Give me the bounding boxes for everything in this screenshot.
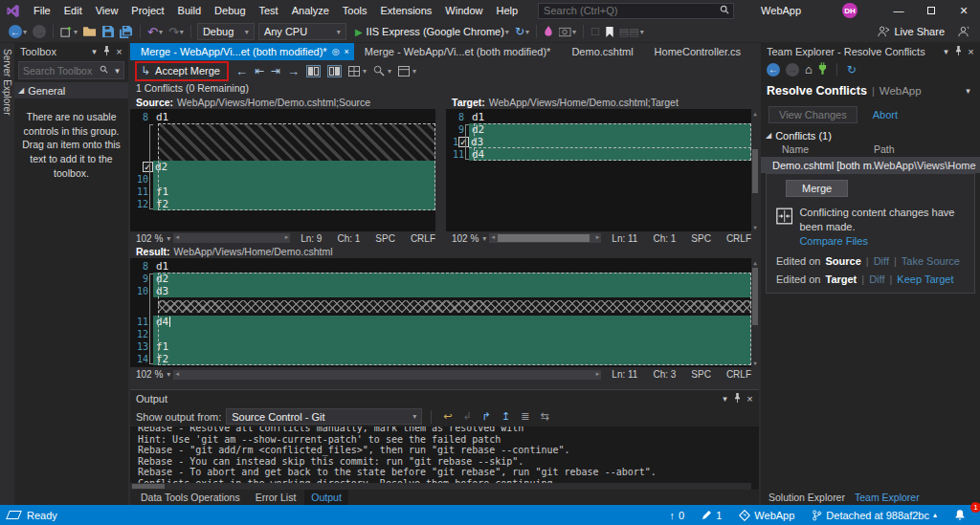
branch-indicator[interactable]: Detached at 988af2bc ▴ xyxy=(803,505,946,525)
team-explorer-page-header[interactable]: Resolve Conflicts | WebApp ▾ xyxy=(761,79,980,102)
code-line[interactable]: 9 d2 xyxy=(130,161,443,173)
compare-files-link[interactable]: Compare Files xyxy=(799,235,868,247)
find-icon[interactable]: ☐ xyxy=(588,22,603,41)
next-conflict-icon[interactable]: → xyxy=(287,64,300,78)
save-options-dropdown[interactable]: ▾ xyxy=(398,66,416,77)
word-wrap-icon[interactable]: ⇆ xyxy=(537,410,551,423)
code-line[interactable]: 10 d3 xyxy=(130,285,759,297)
keep-target-link[interactable]: Keep Target xyxy=(897,273,953,285)
chevron-down-icon[interactable]: ▾ xyxy=(167,234,170,243)
horizontal-scrollbar[interactable]: ◂▸ xyxy=(173,370,601,380)
chevron-down-icon[interactable]: ▾ xyxy=(167,370,170,379)
refresh-browser-icon[interactable]: ↻▾ xyxy=(512,22,532,41)
tab-team-explorer[interactable]: Team Explorer xyxy=(855,492,920,503)
previous-conflict-icon[interactable]: ← xyxy=(235,64,248,78)
feedback-icon[interactable] xyxy=(954,22,972,41)
code-line[interactable]: 9 d2 xyxy=(130,273,759,285)
new-project-icon[interactable]: ▾ xyxy=(57,22,80,41)
screenshot-icon[interactable]: ▾ xyxy=(556,22,579,41)
chevron-down-icon[interactable]: ▾ xyxy=(719,394,731,404)
chevron-down-icon[interactable]: ▾ xyxy=(962,86,974,96)
include-change-checkbox[interactable] xyxy=(143,162,153,172)
source-editor[interactable]: 8 d1 9 d2 10 xyxy=(130,109,443,231)
navigate-back-button[interactable]: ←▾ xyxy=(6,22,30,41)
horizontal-scrollbar[interactable] xyxy=(130,483,751,490)
team-explorer-titlebar[interactable]: Team Explorer - Resolve Conflicts ▾ × xyxy=(761,43,980,59)
menu-window[interactable]: Window xyxy=(438,0,489,21)
previous-message-icon[interactable]: ↲ xyxy=(460,410,475,423)
horizontal-scrollbar[interactable]: ◂▸ xyxy=(489,233,601,243)
bookmark-icon[interactable] xyxy=(603,22,616,41)
output-console[interactable]: Rebase - Resolve all conflicts manually,… xyxy=(130,427,759,490)
close-icon[interactable]: × xyxy=(965,46,977,57)
chevron-down-icon[interactable]: ▾ xyxy=(482,234,486,243)
menu-extensions[interactable]: Extensions xyxy=(374,0,439,21)
performance-profiler-icon[interactable] xyxy=(541,22,556,41)
redo-icon[interactable]: ↷▾ xyxy=(166,22,187,41)
toolbox-search-input[interactable] xyxy=(19,65,98,77)
navigate-forward-button[interactable]: → xyxy=(30,22,49,41)
output-titlebar[interactable]: Output ▾ × xyxy=(130,390,759,406)
include-change-checkbox[interactable] xyxy=(458,137,469,147)
code-line[interactable]: 10 d3 xyxy=(446,136,759,148)
close-icon[interactable]: × xyxy=(744,393,756,405)
copy-output-icon[interactable]: ↥ xyxy=(499,410,513,423)
chevron-down-icon[interactable]: ▾ xyxy=(940,47,952,56)
outgoing-commits-indicator[interactable]: ↑ 0 xyxy=(661,505,694,525)
menu-analyze[interactable]: Analyze xyxy=(285,0,336,21)
save-icon[interactable] xyxy=(100,22,117,41)
code-line[interactable]: 8 d1 xyxy=(130,260,759,273)
target-editor[interactable]: 8 d1 9 d2 10 d3 xyxy=(446,109,759,231)
tab-demo-cshtml[interactable]: Demo.cshtml xyxy=(561,43,643,60)
clear-all-icon[interactable]: ≣ xyxy=(518,410,532,423)
quick-search-input[interactable] xyxy=(539,5,716,16)
code-line[interactable]: 8 d1 xyxy=(446,111,759,123)
compare-options-dropdown[interactable]: ▾ xyxy=(373,65,391,77)
menu-file[interactable]: File xyxy=(27,0,57,21)
save-all-icon[interactable] xyxy=(117,22,136,41)
diff-source-link[interactable]: Diff xyxy=(874,255,889,267)
server-explorer-vertical-tab[interactable]: Server Explorer xyxy=(0,43,14,505)
live-share-button[interactable]: Live Share xyxy=(878,26,945,37)
abort-link[interactable]: Abort xyxy=(873,109,898,120)
pin-icon[interactable] xyxy=(731,393,744,405)
chevron-down-icon[interactable]: ▾ xyxy=(88,47,100,56)
zoom-level[interactable]: 102 % xyxy=(130,369,166,380)
open-folder-icon[interactable] xyxy=(80,22,100,41)
uncommitted-changes-indicator[interactable]: 1 xyxy=(693,505,730,525)
code-line[interactable]: 14 f2 xyxy=(130,353,759,365)
tab-solution-explorer[interactable]: Solution Explorer xyxy=(768,492,845,503)
quick-search-box[interactable] xyxy=(538,3,734,19)
menu-test[interactable]: Test xyxy=(253,0,285,21)
vertical-scrollbar[interactable]: ▲ ▼ xyxy=(751,109,759,231)
layout-dropdown[interactable]: ▾ xyxy=(348,66,367,77)
menu-help[interactable]: Help xyxy=(489,0,524,21)
code-line[interactable]: 11 d4 xyxy=(130,316,759,328)
zoom-level[interactable]: 102 % xyxy=(446,233,481,244)
background-tasks-icon[interactable] xyxy=(6,511,22,519)
toolbox-titlebar[interactable]: Toolbox ▾ × xyxy=(14,43,128,59)
code-line[interactable]: 11 f1 xyxy=(130,186,443,198)
toolbox-search-box[interactable]: ▾ xyxy=(18,61,124,79)
tab-homecontroller-cs[interactable]: HomeController.cs xyxy=(644,43,751,60)
code-line[interactable]: 11 d4 xyxy=(446,148,759,161)
tab-merge-1[interactable]: Merge - WebApp/Vi...et (both modified)* … xyxy=(130,43,354,60)
code-line[interactable]: 12 xyxy=(130,328,759,340)
configuration-dropdown[interactable]: Debug▾ xyxy=(197,23,255,40)
accept-merge-button[interactable]: ↳ Accept Merge xyxy=(135,61,229,81)
user-avatar[interactable]: DH xyxy=(842,3,858,18)
last-conflict-icon[interactable]: ⇥ xyxy=(271,64,280,77)
close-icon[interactable]: × xyxy=(113,46,125,57)
take-source-link[interactable]: Take Source xyxy=(902,255,960,267)
back-button[interactable]: ← xyxy=(767,63,780,77)
zoom-level[interactable]: 102 % xyxy=(130,233,166,244)
code-line[interactable]: 9 d2 xyxy=(446,123,759,136)
code-line[interactable]: 10 xyxy=(130,173,443,186)
platform-dropdown[interactable]: Any CPU▾ xyxy=(258,23,346,40)
first-conflict-icon[interactable]: ⇤ xyxy=(255,64,264,77)
name-column-header[interactable]: Name xyxy=(761,143,874,157)
restore-button[interactable] xyxy=(915,0,947,21)
pin-icon[interactable] xyxy=(952,46,965,57)
menu-view[interactable]: View xyxy=(89,0,125,21)
menu-build[interactable]: Build xyxy=(171,0,208,21)
